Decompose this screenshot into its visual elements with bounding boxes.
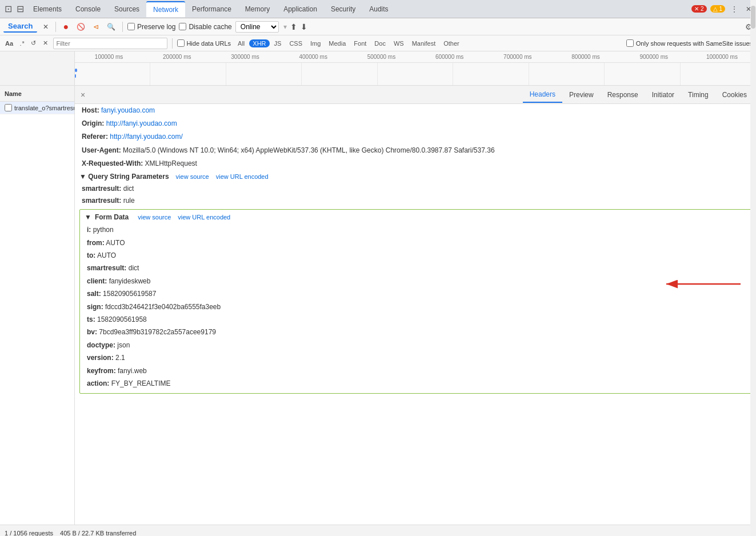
query-params-section[interactable]: ▼ Query String Parameters view source vi… bbox=[75, 170, 756, 183]
form-data-param-name: bv: bbox=[87, 328, 97, 336]
network-toolbar: Elements Search ✕ ● 🚫 ⊲ 🔍 Preserve log D… bbox=[0, 18, 756, 35]
form-data-view-urlencoded-link[interactable]: view URL encoded bbox=[178, 214, 230, 221]
preserve-log-checkbox[interactable] bbox=[127, 23, 135, 30]
preserve-log-label[interactable]: Preserve log bbox=[127, 23, 175, 31]
filter-img[interactable]: Img bbox=[307, 39, 324, 47]
form-data-param-name: ts: bbox=[87, 315, 95, 323]
header-value: http://fanyi.youdao.com bbox=[104, 119, 177, 127]
devtools-tab-audits[interactable]: Audits bbox=[362, 1, 395, 17]
requests-count: 1 / 1056 requests bbox=[5, 530, 53, 537]
more-options-btn[interactable]: ⋮ bbox=[729, 4, 740, 14]
bottom-bar: 1 / 1056 requests 405 B / 22.7 KB transf… bbox=[0, 525, 756, 536]
clear-filter-btn[interactable]: ✕ bbox=[41, 39, 50, 47]
devtools-tab-console[interactable]: Console bbox=[69, 1, 107, 17]
form-data-param-value: AUTO bbox=[106, 239, 125, 247]
regex-filter-btn[interactable]: .* bbox=[18, 39, 26, 47]
separator-2 bbox=[122, 22, 123, 32]
filter-xhr[interactable]: XHR bbox=[249, 39, 269, 47]
import-btn[interactable]: ⬆ bbox=[290, 22, 297, 31]
param-name: smartresult: bbox=[82, 185, 121, 193]
main-area: Name translate_o?smartresult=dict&smartr… bbox=[0, 86, 756, 525]
filter-all[interactable]: All bbox=[234, 39, 248, 47]
search-btn[interactable]: 🔍 bbox=[105, 22, 118, 32]
details-tab-headers[interactable]: Headers bbox=[523, 87, 562, 103]
filter-other[interactable]: Other bbox=[440, 39, 463, 47]
disable-cache-checkbox[interactable] bbox=[179, 23, 186, 30]
devtools-tab-elements[interactable]: Elements bbox=[26, 1, 69, 17]
request-checkbox[interactable] bbox=[5, 104, 12, 111]
devtools-tab-memory[interactable]: Memory bbox=[238, 1, 277, 17]
export-btn[interactable]: ⬇ bbox=[301, 22, 307, 31]
details-tab-timing[interactable]: Timing bbox=[681, 87, 715, 103]
close-details-btn[interactable]: × bbox=[77, 89, 89, 101]
hide-data-urls-label[interactable]: Hide data URLs bbox=[177, 39, 231, 47]
form-data-param-name: doctype: bbox=[87, 341, 115, 349]
query-view-source-link[interactable]: view source bbox=[176, 173, 209, 180]
request-item[interactable]: translate_o?smartresult=dict&smartresult… bbox=[0, 102, 74, 114]
details-tab-cookies[interactable]: Cookies bbox=[715, 87, 754, 103]
filter-doc[interactable]: Doc bbox=[371, 39, 389, 47]
timeline-label: 600000 ms bbox=[415, 54, 483, 60]
dock-btn[interactable]: ⊟ bbox=[14, 2, 26, 15]
form-data-row: smartresult: dict bbox=[85, 262, 746, 274]
param-value: rule bbox=[123, 197, 135, 205]
devtools-tab-application[interactable]: Application bbox=[277, 1, 324, 17]
close-search-btn[interactable]: ✕ bbox=[41, 22, 51, 32]
filter-types: All XHR JS CSS Img Media Font Doc WS Man… bbox=[234, 39, 463, 47]
timeline-label: 1000000 ms bbox=[688, 54, 756, 60]
details-tab-initiator[interactable]: Initiator bbox=[645, 87, 681, 103]
details-tab-preview[interactable]: Preview bbox=[562, 87, 601, 103]
form-data-param-value: 1582090561958 bbox=[97, 315, 147, 323]
timeline-label: 200000 ms bbox=[143, 54, 211, 60]
filter-btn[interactable]: ⊲ bbox=[91, 22, 101, 32]
record-btn[interactable]: ● bbox=[61, 21, 71, 33]
aa-filter-btn[interactable]: Aa bbox=[3, 39, 15, 47]
filter-css[interactable]: CSS bbox=[286, 39, 306, 47]
timeline-wrapper: 100000 ms200000 ms300000 ms400000 ms5000… bbox=[75, 51, 756, 85]
header-name: X-Requested-With: bbox=[82, 159, 143, 167]
restore-btn[interactable]: ⊡ bbox=[2, 2, 14, 15]
form-data-title: ▼ bbox=[85, 213, 91, 221]
filter-ws[interactable]: WS bbox=[390, 39, 407, 47]
refresh-filter-btn[interactable]: ↺ bbox=[29, 39, 38, 47]
requests-panel: Name translate_o?smartresult=dict&smartr… bbox=[0, 86, 75, 525]
form-data-param-name: from: bbox=[87, 239, 105, 247]
details-panel: × HeadersPreviewResponseInitiatorTimingC… bbox=[75, 86, 756, 525]
details-content[interactable]: Host: fanyi.youdao.comOrigin: http://fan… bbox=[75, 104, 756, 525]
vertical-scrollbar[interactable] bbox=[750, 86, 756, 525]
samesite-label[interactable]: Only show requests with SameSite issues bbox=[626, 39, 753, 47]
filter-js[interactable]: JS bbox=[271, 39, 285, 47]
filter-manifest[interactable]: Manifest bbox=[409, 39, 439, 47]
query-view-urlencoded-link[interactable]: view URL encoded bbox=[216, 173, 269, 180]
disable-cache-label[interactable]: Disable cache bbox=[179, 23, 231, 31]
devtools-tab-performance[interactable]: Performance bbox=[185, 1, 238, 17]
clear-btn[interactable]: 🚫 bbox=[74, 22, 87, 32]
form-data-label: Form Data bbox=[95, 213, 129, 221]
header-value: http://fanyi.youdao.com/ bbox=[108, 133, 183, 141]
filter-font[interactable]: Font bbox=[350, 39, 370, 47]
hide-data-urls-checkbox[interactable] bbox=[177, 39, 185, 47]
header-value: XMLHttpRequest bbox=[143, 159, 197, 167]
form-data-param-value: dict bbox=[129, 264, 139, 272]
filter-media[interactable]: Media bbox=[325, 39, 349, 47]
details-tab-response[interactable]: Response bbox=[601, 87, 645, 103]
devtools-tab-network[interactable]: Network bbox=[146, 1, 185, 17]
devtools-tab-security[interactable]: Security bbox=[324, 1, 362, 17]
request-name: translate_o?smartresult=dict&smartresult… bbox=[14, 105, 74, 111]
form-data-row: ts: 1582090561958 bbox=[85, 313, 746, 326]
header-row: Referer: http://fanyi.youdao.com/ bbox=[75, 130, 756, 143]
form-data-param-value: 2.1 bbox=[115, 354, 125, 362]
filter-input[interactable] bbox=[53, 38, 167, 49]
form-data-param-value: 7bcd9ea3ff9b319782c2a557acee9179 bbox=[99, 328, 216, 336]
form-data-param-name: smartresult: bbox=[87, 264, 126, 272]
form-data-param-name: i: bbox=[87, 226, 91, 234]
samesite-checkbox[interactable] bbox=[626, 39, 634, 47]
form-data-param-name: keyfrom: bbox=[87, 367, 116, 375]
devtools-tab-sources[interactable]: Sources bbox=[107, 1, 146, 17]
form-data-view-source-link[interactable]: view source bbox=[138, 214, 171, 221]
header-name: User-Agent: bbox=[82, 146, 121, 154]
form-data-box: ▼ Form Data view source view URL encoded… bbox=[79, 209, 751, 394]
timeline-label: 400000 ms bbox=[279, 54, 347, 60]
search-tab-btn[interactable]: Search bbox=[3, 21, 37, 33]
throttle-select[interactable]: Online Fast 3G Slow 3G Offline bbox=[235, 21, 279, 33]
